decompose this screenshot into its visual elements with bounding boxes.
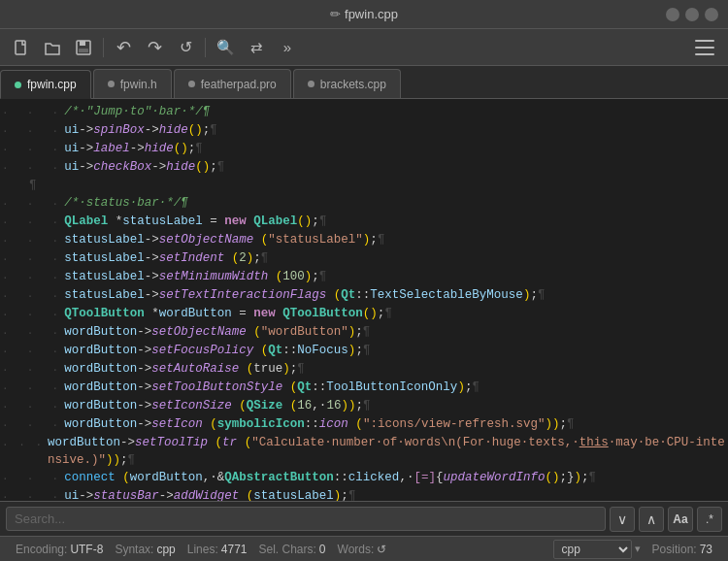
code-line-19: · · · wordButton->setToolTip (tr ("Calcu…	[0, 434, 728, 469]
code-content-6: /*·status·bar·*/¶	[64, 194, 726, 212]
reload-button[interactable]: ↺	[172, 34, 199, 61]
tab-label-brackets-cpp: brackets.cpp	[320, 78, 386, 91]
title-bar: ✏ fpwin.cpp	[0, 0, 728, 29]
maximize-button[interactable]	[685, 8, 699, 21]
code-content-13: wordButton->setObjectName ("wordButton")…	[64, 323, 726, 341]
line-gutter-2: · · ·	[2, 122, 64, 140]
syntax-label: Syntax:	[115, 543, 153, 556]
code-content-2: ui->spinBox->hide();¶	[64, 121, 726, 139]
code-area[interactable]: · · · /*·"Jump·to"·bar·*/¶ · · · ui->spi…	[0, 99, 728, 501]
code-content-16: wordButton->setToolButtonStyle (Qt::Tool…	[64, 379, 726, 396]
line-gutter-18: · · ·	[2, 416, 64, 434]
window-title: fpwin.cpp	[345, 7, 398, 21]
code-line-4: · · · ui->checkBox->hide();¶	[0, 158, 728, 177]
line-gutter-12: · · ·	[2, 306, 64, 323]
line-gutter-1: · · ·	[2, 104, 64, 121]
syntax-selector[interactable]: cpp c python javascript	[553, 540, 632, 559]
line-gutter-17: · · ·	[2, 398, 64, 415]
tab-dot-featherpad-pro	[188, 81, 195, 87]
code-scroll[interactable]: · · · /*·"Jump·to"·bar·*/¶ · · · ui->spi…	[0, 99, 728, 501]
line-gutter-21: · · ·	[2, 488, 64, 501]
search-next-button[interactable]: ∨	[610, 507, 635, 532]
code-line-8: · · · statusLabel->setObjectName ("statu…	[0, 231, 728, 249]
line-gutter-11: · · ·	[2, 287, 64, 305]
search-input[interactable]	[6, 507, 606, 531]
code-line-14: · · · wordButton->setFocusPolicy (Qt::No…	[0, 342, 728, 360]
code-content-20: connect (wordButton,·&QAbstractButton::c…	[64, 469, 726, 486]
code-line-2: · · · ui->spinBox->hide();¶	[0, 121, 728, 140]
code-line-3: · · · ui->label->hide();¶	[0, 140, 728, 158]
position-label: Position:	[652, 543, 697, 556]
hamburger-menu-button[interactable]	[689, 34, 720, 61]
regex-button[interactable]: .*	[697, 507, 722, 532]
tab-featherpad-pro[interactable]: featherpad.pro	[174, 69, 291, 98]
code-line-15: · · · wordButton->setAutoRaise (true);¶	[0, 360, 728, 379]
syntax-select-item: cpp c python javascript ▾	[547, 540, 646, 559]
svg-rect-5	[695, 47, 714, 49]
svg-rect-3	[79, 49, 88, 52]
more-toolbar-button[interactable]: »	[274, 34, 301, 61]
refresh-words-icon[interactable]: ↺	[377, 543, 386, 556]
separator-2	[205, 38, 206, 57]
syntax-value: cpp	[156, 543, 175, 556]
tab-fpwin-h[interactable]: fpwin.h	[93, 69, 172, 98]
line-gutter-7: · · ·	[2, 214, 64, 231]
open-file-button[interactable]	[39, 34, 66, 61]
code-content-14: wordButton->setFocusPolicy (Qt::NoFocus)…	[64, 342, 726, 359]
window-controls	[666, 8, 718, 21]
code-content-21: ui->statusBar->addWidget (statusLabel);¶	[64, 487, 726, 501]
line-gutter-6: · · ·	[2, 195, 64, 213]
minimize-button[interactable]	[666, 8, 679, 21]
code-content-3: ui->label->hide();¶	[64, 140, 726, 157]
code-content-9: statusLabel->setIndent (2);¶	[64, 249, 726, 267]
pencil-icon: ✏	[330, 7, 341, 21]
code-content-11: statusLabel->setTextInteractionFlags (Qt…	[64, 286, 726, 304]
tab-label-fpwin-h: fpwin.h	[120, 78, 157, 91]
line-gutter-13: · · ·	[2, 324, 64, 342]
code-content-15: wordButton->setAutoRaise (true);¶	[64, 360, 726, 378]
sel-chars-label: Sel. Chars:	[259, 543, 316, 556]
tab-dot-fpwin-h	[108, 81, 115, 87]
code-line-6: · · · /*·status·bar·*/¶	[0, 194, 728, 213]
tab-brackets-cpp[interactable]: brackets.cpp	[293, 69, 401, 98]
tab-dot-brackets-cpp	[308, 81, 314, 87]
svg-rect-2	[80, 41, 85, 46]
code-line-12: · · · QToolButton *wordButton = new QToo…	[0, 305, 728, 323]
words-item: Words: ↺	[332, 543, 393, 556]
code-line-10: · · · statusLabel->setMinimumWidth (100)…	[0, 268, 728, 286]
code-line-7: · · · QLabel *statusLabel = new QLabel()…	[0, 213, 728, 231]
close-button[interactable]	[705, 8, 718, 21]
line-gutter-10: · · ·	[2, 269, 64, 286]
redo-button[interactable]: ↷	[141, 34, 168, 61]
undo-button[interactable]: ↶	[110, 34, 137, 61]
code-content-4: ui->checkBox->hide();¶	[64, 158, 726, 176]
encoding-label: Encoding:	[16, 543, 67, 556]
code-line-5: ¶	[0, 177, 728, 194]
line-gutter-9: · · ·	[2, 250, 64, 268]
line-gutter-14: · · ·	[2, 343, 64, 360]
code-content-5: ¶	[29, 177, 726, 194]
code-content-1: /*·"Jump·to"·bar·*/¶	[64, 103, 726, 120]
line-gutter-20: · · ·	[2, 470, 64, 487]
title-text: ✏ fpwin.cpp	[330, 7, 398, 21]
save-file-button[interactable]	[70, 34, 97, 61]
case-sensitive-button[interactable]: Aa	[668, 507, 693, 532]
search-prev-button[interactable]: ∧	[639, 507, 664, 532]
code-line-21: · · · ui->statusBar->addWidget (statusLa…	[0, 487, 728, 501]
line-gutter-3: · · ·	[2, 141, 64, 158]
search-button[interactable]: 🔍	[212, 34, 239, 61]
replace-button[interactable]: ⇄	[243, 34, 270, 61]
syntax-item: Syntax: cpp	[109, 543, 181, 556]
tab-fpwin-cpp[interactable]: fpwin.cpp	[0, 70, 91, 99]
code-line-18: · · · wordButton->setIcon (symbolicIcon:…	[0, 415, 728, 434]
line-gutter-16: · · ·	[2, 380, 64, 397]
separator-1	[103, 38, 104, 57]
tab-dot-fpwin-cpp	[15, 82, 21, 88]
code-content-12: QToolButton *wordButton = new QToolButto…	[64, 305, 726, 322]
new-file-button[interactable]	[8, 34, 35, 61]
code-content-19: wordButton->setToolTip (tr ("Calculate·n…	[48, 434, 726, 469]
toolbar: ↶ ↷ ↺ 🔍 ⇄ »	[0, 29, 728, 66]
svg-rect-0	[16, 41, 25, 54]
syntax-dropdown-icon: ▾	[635, 543, 641, 555]
code-line-16: · · · wordButton->setToolButtonStyle (Qt…	[0, 379, 728, 397]
